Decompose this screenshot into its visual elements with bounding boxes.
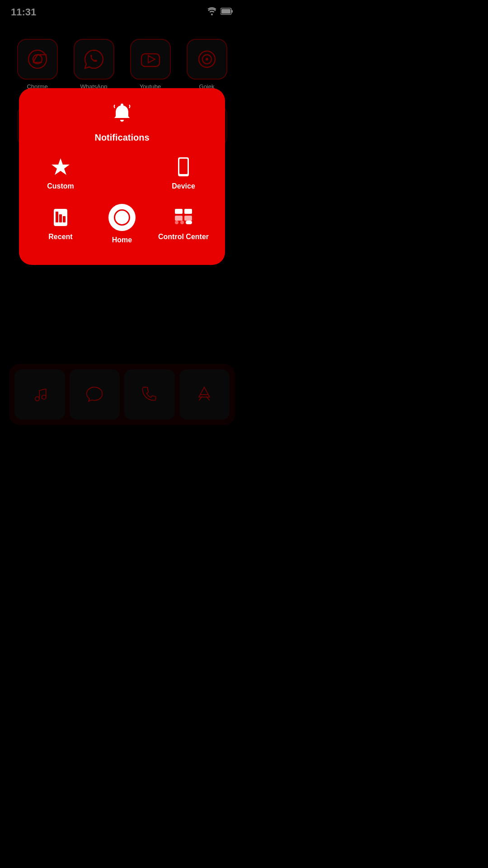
notifications-section[interactable]: Notifications — [94, 102, 149, 143]
panel-recent[interactable]: Recent — [30, 203, 91, 245]
home-button-circle[interactable] — [108, 204, 136, 231]
device-label: Device — [172, 182, 195, 190]
svg-point-32 — [175, 221, 178, 224]
svg-rect-25 — [56, 212, 58, 222]
recent-label: Recent — [48, 232, 72, 241]
svg-rect-34 — [186, 221, 192, 224]
panel-custom[interactable]: Custom — [30, 152, 91, 195]
assistive-touch-panel: Notifications Custom Devic — [19, 88, 225, 265]
svg-marker-20 — [52, 158, 70, 175]
control-center-icon — [173, 207, 194, 228]
svg-rect-22 — [179, 159, 188, 174]
star-icon — [50, 156, 71, 177]
svg-rect-23 — [182, 174, 185, 175]
control-center-label: Control Center — [158, 232, 209, 241]
notifications-label: Notifications — [94, 132, 149, 143]
home-label: Home — [112, 236, 132, 244]
svg-rect-29 — [184, 209, 192, 214]
svg-rect-31 — [184, 216, 192, 221]
custom-label: Custom — [47, 182, 74, 190]
svg-point-33 — [180, 221, 184, 224]
panel-options-grid: Custom Device — [30, 152, 214, 249]
panel-control-center[interactable]: Control Center — [153, 203, 214, 245]
panel-home[interactable]: Home — [91, 199, 153, 249]
panel-center-top — [91, 169, 153, 178]
svg-rect-27 — [63, 216, 66, 222]
bell-icon — [110, 102, 134, 130]
svg-rect-26 — [59, 214, 62, 222]
device-icon — [173, 156, 194, 177]
recent-icon — [50, 207, 71, 228]
svg-rect-30 — [175, 216, 183, 221]
svg-rect-28 — [175, 209, 183, 214]
home-button-inner — [114, 209, 130, 226]
panel-device[interactable]: Device — [153, 152, 214, 195]
